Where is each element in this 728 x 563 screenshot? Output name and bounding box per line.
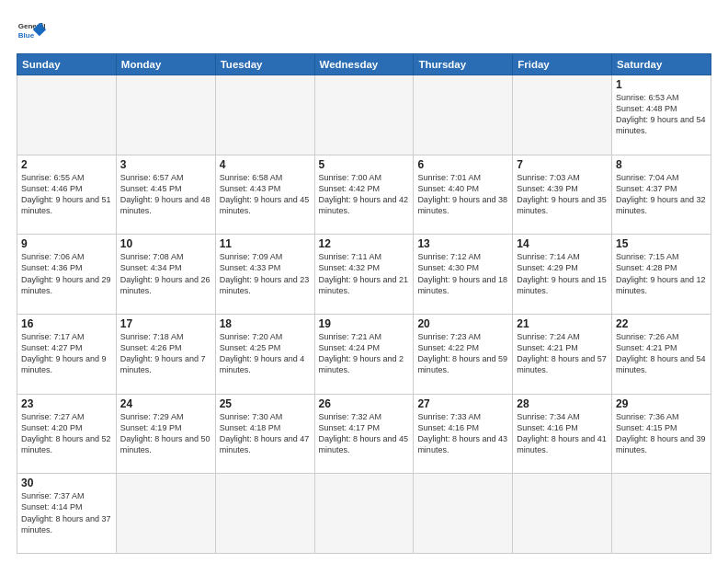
weekday-header-monday: Monday: [116, 54, 215, 75]
calendar-cell: 24Sunrise: 7:29 AMSunset: 4:19 PMDayligh…: [116, 394, 215, 474]
weekday-header-friday: Friday: [513, 54, 612, 75]
day-info: Sunrise: 7:03 AMSunset: 4:39 PMDaylight:…: [517, 172, 608, 217]
weekday-header-wednesday: Wednesday: [314, 54, 414, 75]
day-info: Sunrise: 7:01 AMSunset: 4:40 PMDaylight:…: [417, 172, 508, 217]
day-number: 20: [417, 317, 508, 330]
day-info: Sunrise: 7:37 AMSunset: 4:14 PMDaylight:…: [21, 490, 112, 535]
day-number: 5: [319, 158, 410, 171]
day-number: 29: [616, 397, 707, 410]
day-info: Sunrise: 7:18 AMSunset: 4:26 PMDaylight:…: [120, 331, 211, 376]
calendar-cell: [314, 474, 414, 554]
day-info: Sunrise: 7:08 AMSunset: 4:34 PMDaylight:…: [120, 251, 211, 296]
calendar-cell: [215, 474, 314, 554]
calendar-cell: [513, 474, 612, 554]
calendar-cell: [612, 474, 711, 554]
calendar-cell: 1Sunrise: 6:53 AMSunset: 4:48 PMDaylight…: [612, 75, 711, 155]
day-info: Sunrise: 7:14 AMSunset: 4:29 PMDaylight:…: [517, 251, 608, 296]
day-number: 12: [319, 237, 410, 250]
logo: General Blue: [17, 17, 46, 46]
calendar-cell: 29Sunrise: 7:36 AMSunset: 4:15 PMDayligh…: [612, 394, 711, 474]
day-info: Sunrise: 7:33 AMSunset: 4:16 PMDaylight:…: [417, 411, 508, 456]
calendar-cell: [314, 75, 414, 155]
calendar-cell: 26Sunrise: 7:32 AMSunset: 4:17 PMDayligh…: [314, 394, 414, 474]
day-info: Sunrise: 7:23 AMSunset: 4:22 PMDaylight:…: [417, 331, 508, 376]
weekday-header-row: SundayMondayTuesdayWednesdayThursdayFrid…: [17, 54, 711, 75]
day-number: 2: [21, 158, 112, 171]
calendar-cell: 23Sunrise: 7:27 AMSunset: 4:20 PMDayligh…: [17, 394, 117, 474]
calendar-body: 1Sunrise: 6:53 AMSunset: 4:48 PMDaylight…: [17, 75, 711, 554]
calendar-cell: 13Sunrise: 7:12 AMSunset: 4:30 PMDayligh…: [414, 235, 513, 315]
day-number: 13: [417, 237, 508, 250]
header: General Blue: [17, 17, 711, 46]
day-info: Sunrise: 6:57 AMSunset: 4:45 PMDaylight:…: [120, 172, 211, 217]
calendar-cell: [414, 75, 513, 155]
day-info: Sunrise: 7:00 AMSunset: 4:42 PMDaylight:…: [319, 172, 410, 217]
calendar-cell: 10Sunrise: 7:08 AMSunset: 4:34 PMDayligh…: [116, 235, 215, 315]
calendar-cell: 11Sunrise: 7:09 AMSunset: 4:33 PMDayligh…: [215, 235, 314, 315]
weekday-header-saturday: Saturday: [612, 54, 711, 75]
day-number: 14: [517, 237, 608, 250]
calendar-cell: 4Sunrise: 6:58 AMSunset: 4:43 PMDaylight…: [215, 155, 314, 235]
general-blue-logo-icon: General Blue: [17, 17, 46, 46]
calendar-week-row: 30Sunrise: 7:37 AMSunset: 4:14 PMDayligh…: [17, 474, 711, 554]
day-number: 4: [220, 158, 311, 171]
calendar-cell: [116, 474, 215, 554]
svg-text:Blue: Blue: [18, 31, 35, 40]
day-info: Sunrise: 7:26 AMSunset: 4:21 PMDaylight:…: [616, 331, 707, 376]
day-number: 21: [517, 317, 608, 330]
day-number: 1: [616, 78, 707, 91]
page: General Blue SundayMondayTuesdayWednesda…: [0, 0, 728, 563]
calendar-cell: [116, 75, 215, 155]
day-info: Sunrise: 7:11 AMSunset: 4:32 PMDaylight:…: [319, 251, 410, 296]
calendar-cell: 20Sunrise: 7:23 AMSunset: 4:22 PMDayligh…: [414, 314, 513, 394]
calendar-cell: 14Sunrise: 7:14 AMSunset: 4:29 PMDayligh…: [513, 235, 612, 315]
calendar-cell: 12Sunrise: 7:11 AMSunset: 4:32 PMDayligh…: [314, 235, 414, 315]
day-info: Sunrise: 7:20 AMSunset: 4:25 PMDaylight:…: [220, 331, 311, 376]
calendar-cell: 18Sunrise: 7:20 AMSunset: 4:25 PMDayligh…: [215, 314, 314, 394]
calendar-cell: 22Sunrise: 7:26 AMSunset: 4:21 PMDayligh…: [612, 314, 711, 394]
day-number: 8: [616, 158, 707, 171]
calendar-table: SundayMondayTuesdayWednesdayThursdayFrid…: [17, 53, 711, 554]
calendar-cell: 3Sunrise: 6:57 AMSunset: 4:45 PMDaylight…: [116, 155, 215, 235]
calendar-cell: [17, 75, 117, 155]
day-number: 28: [517, 397, 608, 410]
day-info: Sunrise: 6:55 AMSunset: 4:46 PMDaylight:…: [21, 172, 112, 217]
day-info: Sunrise: 7:06 AMSunset: 4:36 PMDaylight:…: [21, 251, 112, 296]
calendar-cell: 28Sunrise: 7:34 AMSunset: 4:16 PMDayligh…: [513, 394, 612, 474]
day-info: Sunrise: 7:12 AMSunset: 4:30 PMDaylight:…: [417, 251, 508, 296]
day-number: 7: [517, 158, 608, 171]
day-number: 11: [220, 237, 311, 250]
calendar-cell: 19Sunrise: 7:21 AMSunset: 4:24 PMDayligh…: [314, 314, 414, 394]
calendar-cell: 15Sunrise: 7:15 AMSunset: 4:28 PMDayligh…: [612, 235, 711, 315]
calendar-cell: 7Sunrise: 7:03 AMSunset: 4:39 PMDaylight…: [513, 155, 612, 235]
day-number: 17: [120, 317, 211, 330]
calendar-cell: [215, 75, 314, 155]
calendar-cell: [513, 75, 612, 155]
weekday-header-sunday: Sunday: [17, 54, 117, 75]
calendar-cell: 5Sunrise: 7:00 AMSunset: 4:42 PMDaylight…: [314, 155, 414, 235]
calendar-cell: [414, 474, 513, 554]
day-number: 19: [319, 317, 410, 330]
day-number: 6: [417, 158, 508, 171]
weekday-header-tuesday: Tuesday: [215, 54, 314, 75]
calendar-week-row: 16Sunrise: 7:17 AMSunset: 4:27 PMDayligh…: [17, 314, 711, 394]
day-info: Sunrise: 7:34 AMSunset: 4:16 PMDaylight:…: [517, 411, 608, 456]
calendar-header: SundayMondayTuesdayWednesdayThursdayFrid…: [17, 54, 711, 75]
day-info: Sunrise: 6:53 AMSunset: 4:48 PMDaylight:…: [616, 92, 707, 137]
day-number: 25: [220, 397, 311, 410]
day-number: 30: [21, 477, 112, 489]
day-info: Sunrise: 7:36 AMSunset: 4:15 PMDaylight:…: [616, 411, 707, 456]
day-number: 9: [21, 237, 112, 250]
day-info: Sunrise: 7:30 AMSunset: 4:18 PMDaylight:…: [220, 411, 311, 456]
calendar-cell: 9Sunrise: 7:06 AMSunset: 4:36 PMDaylight…: [17, 235, 117, 315]
day-info: Sunrise: 7:04 AMSunset: 4:37 PMDaylight:…: [616, 172, 707, 217]
day-number: 22: [616, 317, 707, 330]
calendar-cell: 6Sunrise: 7:01 AMSunset: 4:40 PMDaylight…: [414, 155, 513, 235]
calendar-cell: 16Sunrise: 7:17 AMSunset: 4:27 PMDayligh…: [17, 314, 117, 394]
day-info: Sunrise: 7:09 AMSunset: 4:33 PMDaylight:…: [220, 251, 311, 296]
calendar-cell: 27Sunrise: 7:33 AMSunset: 4:16 PMDayligh…: [414, 394, 513, 474]
day-number: 16: [21, 317, 112, 330]
day-info: Sunrise: 7:29 AMSunset: 4:19 PMDaylight:…: [120, 411, 211, 456]
day-number: 23: [21, 397, 112, 410]
calendar-week-row: 23Sunrise: 7:27 AMSunset: 4:20 PMDayligh…: [17, 394, 711, 474]
